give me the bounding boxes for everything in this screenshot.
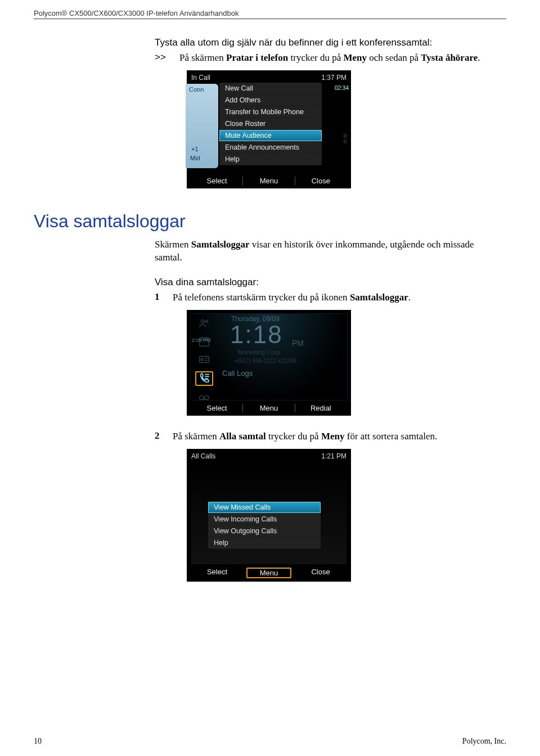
menu-item[interactable]: Help <box>208 537 321 549</box>
softkey-redial[interactable]: Redial <box>295 404 346 412</box>
shot3-time: 1:21 PM <box>321 452 346 460</box>
subline2: +(512) 555-1212 x22286 <box>235 358 296 364</box>
screenshot-all-calls-menu: All Calls 1:21 PM View Missed Calls View… <box>187 449 506 582</box>
menu-item[interactable]: View Outgoing Calls <box>208 525 321 537</box>
plus-one: +1 <box>191 146 199 152</box>
phone-icon: ✆✆ <box>343 133 348 145</box>
sec1-heading: Tysta alla utom dig själv när du befinne… <box>155 37 484 48</box>
shot1-title: In Call <box>191 74 210 82</box>
all-calls-menu: View Missed Calls View Incoming Calls Vi… <box>208 502 321 549</box>
step-marker: >> <box>155 52 169 65</box>
softkey-close[interactable]: Close <box>295 568 346 578</box>
svg-point-1 <box>206 320 208 322</box>
softkey-close[interactable]: Close <box>295 177 346 185</box>
step-text: På telefonens startskärm trycker du på i… <box>173 291 411 304</box>
step-number: 1 <box>155 291 163 304</box>
header-title: Polycom® CX500/CX600/CX3000 IP-telefon A… <box>34 9 238 17</box>
menu-item[interactable]: View Incoming Calls <box>208 514 321 525</box>
sec1-step: >> På skärmen Pratar i telefon trycker d… <box>155 52 484 65</box>
step-text: På skärmen Pratar i telefon trycker du p… <box>179 52 480 65</box>
menu-item[interactable]: Close Roster <box>219 118 322 130</box>
page-header: Polycom® CX500/CX600/CX3000 IP-telefon A… <box>34 9 506 21</box>
small-time: 2:00 PM <box>192 338 211 343</box>
clock-pm: PM <box>292 339 304 348</box>
menu-item[interactable]: New Call <box>219 83 322 94</box>
contacts-icon[interactable] <box>196 317 212 330</box>
svg-point-6 <box>205 395 209 399</box>
sec2-para: Skärmen Samtalsloggar visar en historik … <box>155 238 484 264</box>
page-footer: 10 Polycom, Inc. <box>34 737 506 746</box>
menu-item-selected[interactable]: View Missed Calls <box>208 502 321 514</box>
menu-item[interactable]: Transfer to Mobile Phone <box>219 106 322 118</box>
menu-item[interactable]: Add Others <box>219 94 322 106</box>
softkey-menu[interactable]: Menu <box>242 177 295 185</box>
shot3-title: All Calls <box>191 452 215 460</box>
menu-item[interactable]: Enable Announcements <box>219 142 322 154</box>
menu-item-selected[interactable]: Mute Audience <box>219 130 322 142</box>
softkey-select[interactable]: Select <box>191 568 243 578</box>
screenshot-home-call-logs: 2:00 PM Thursday, 09/09 1:18 PM Marketin… <box>187 310 506 416</box>
conn-label: Conn <box>189 86 204 93</box>
in-call-menu: New Call Add Others Transfer to Mobile P… <box>219 83 322 165</box>
clock-big: 1:18 <box>230 321 283 349</box>
softkey-menu[interactable]: Menu <box>242 404 295 412</box>
call-duration: 02:34 <box>335 85 349 91</box>
call-logs-label: Call Logs <box>222 369 253 377</box>
softkey-select[interactable]: Select <box>191 404 242 412</box>
subline1: Marketing Corp <box>238 349 280 356</box>
sec2-subheading: Visa dina samtalsloggar: <box>155 277 484 288</box>
section-heading: Visa samtalsloggar <box>34 211 506 232</box>
company-name: Polycom, Inc. <box>462 737 506 746</box>
page-number: 10 <box>34 737 42 746</box>
voicemail-icon[interactable] <box>196 392 212 400</box>
screenshot-in-call-menu: In Call 1:37 PM Conn +1 Mid 02:34 ✆✆ New… <box>187 70 506 188</box>
call-logs-icon[interactable] <box>195 371 213 386</box>
shot1-time: 1:37 PM <box>321 74 346 82</box>
svg-point-4 <box>201 358 204 361</box>
card-icon[interactable] <box>196 353 212 366</box>
softkey-select[interactable]: Select <box>191 177 242 185</box>
menu-item[interactable]: Help <box>219 154 322 165</box>
step-text: På skärmen Alla samtal trycker du på Men… <box>173 430 437 443</box>
svg-point-0 <box>201 320 205 323</box>
step-number: 2 <box>155 430 163 443</box>
svg-point-5 <box>200 395 204 399</box>
softkey-menu-highlighted[interactable]: Menu <box>243 568 295 578</box>
mid-label: Mid <box>190 155 200 161</box>
